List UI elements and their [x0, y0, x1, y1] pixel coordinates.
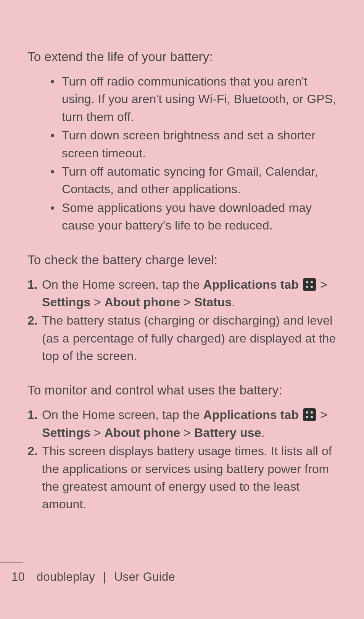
- step-number: 2.: [27, 312, 38, 329]
- applications-icon: [303, 408, 316, 421]
- svg-point-7: [311, 411, 313, 414]
- footer-title: User Guide: [114, 570, 175, 583]
- path-settings: Settings: [42, 295, 90, 309]
- applications-icon: [303, 278, 316, 291]
- breadcrumb-separator: >: [94, 295, 101, 309]
- footer-brand: doubleplay: [37, 570, 95, 583]
- svg-point-2: [311, 281, 313, 283]
- step-text: This screen displays battery usage times…: [42, 444, 332, 511]
- svg-rect-5: [303, 408, 316, 421]
- svg-point-3: [306, 286, 308, 288]
- path-battery-use: Battery use: [194, 426, 261, 440]
- page-content: To extend the life of your battery: Turn…: [0, 0, 364, 513]
- section-extend-battery: To extend the life of your battery: Turn…: [27, 50, 337, 234]
- step-number: 1.: [27, 406, 38, 423]
- breadcrumb-separator: >: [184, 426, 191, 440]
- section-monitor-battery: To monitor and control what uses the bat…: [27, 383, 337, 513]
- svg-point-6: [306, 411, 308, 414]
- bullet-item: Turn off automatic syncing for Gmail, Ca…: [50, 163, 337, 198]
- step-text-prefix: On the Home screen, tap the: [42, 278, 203, 291]
- section-check-charge: To check the battery charge level: 1. On…: [27, 253, 337, 365]
- footer-text: 10 doubleplay | User Guide: [0, 570, 364, 584]
- svg-point-1: [306, 281, 308, 283]
- list-item: 2. This screen displays battery usage ti…: [27, 442, 337, 513]
- bullet-list-extend: Turn off radio communications that you a…: [27, 73, 337, 234]
- applications-tab-label: Applications tab: [203, 408, 299, 422]
- step-text: The battery status (charging or discharg…: [42, 314, 336, 363]
- path-about-phone: About phone: [105, 426, 180, 440]
- applications-tab-label: Applications tab: [203, 278, 299, 291]
- period: .: [261, 426, 264, 440]
- list-item: 2. The battery status (charging or disch…: [27, 312, 337, 365]
- svg-point-4: [311, 286, 313, 288]
- path-status: Status: [194, 295, 232, 309]
- step-number: 2.: [27, 442, 38, 460]
- bullet-item: Turn down screen brightness and set a sh…: [50, 126, 337, 162]
- numbered-list-check: 1. On the Home screen, tap the Applicati…: [27, 276, 337, 365]
- heading-extend-battery: To extend the life of your battery:: [27, 50, 337, 64]
- list-item: 1. On the Home screen, tap the Applicati…: [27, 276, 337, 311]
- bullet-item: Turn off radio communications that you a…: [50, 73, 337, 126]
- footer-divider-line: [0, 562, 23, 562]
- list-item: 1. On the Home screen, tap the Applicati…: [27, 406, 337, 441]
- breadcrumb-separator: >: [320, 278, 327, 291]
- footer-pipe: |: [103, 570, 106, 583]
- svg-point-9: [311, 416, 313, 418]
- heading-check-charge: To check the battery charge level:: [27, 253, 337, 267]
- period: .: [232, 295, 235, 309]
- page-number: 10: [11, 570, 25, 583]
- svg-point-8: [306, 416, 308, 418]
- numbered-list-monitor: 1. On the Home screen, tap the Applicati…: [27, 406, 337, 513]
- breadcrumb-separator: >: [94, 426, 101, 440]
- breadcrumb-separator: >: [184, 295, 191, 309]
- bullet-item: Some applications you have downloaded ma…: [50, 199, 337, 234]
- heading-monitor-battery: To monitor and control what uses the bat…: [27, 383, 337, 398]
- breadcrumb-separator: >: [320, 408, 327, 422]
- path-settings: Settings: [42, 426, 90, 440]
- step-number: 1.: [27, 276, 38, 293]
- step-text-prefix: On the Home screen, tap the: [42, 408, 203, 422]
- page-footer: 10 doubleplay | User Guide: [0, 562, 364, 584]
- path-about-phone: About phone: [105, 295, 180, 309]
- svg-rect-0: [303, 278, 316, 291]
